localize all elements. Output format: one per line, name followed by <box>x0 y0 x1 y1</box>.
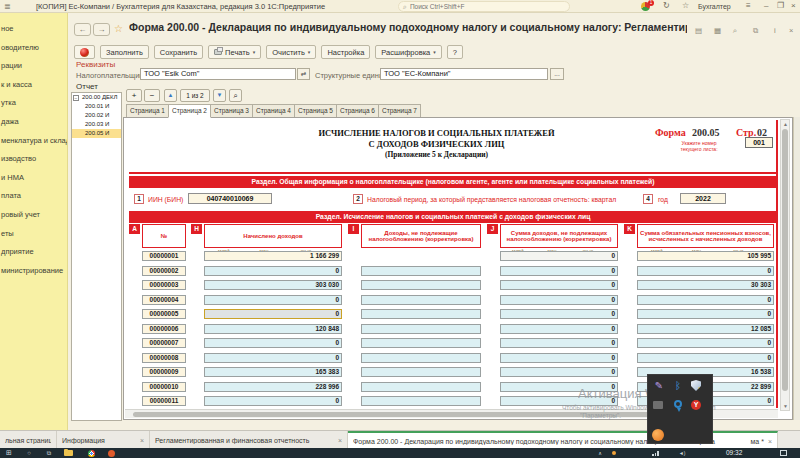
pin-icon[interactable]: i <box>774 26 776 35</box>
row-number-field[interactable]: 00000011 <box>142 396 186 406</box>
structural-units-field[interactable]: ТОО "ЕС-Компани" <box>380 68 548 80</box>
table-cell-field[interactable]: 0 <box>500 353 618 363</box>
form-close-icon[interactable]: × <box>789 26 793 35</box>
tree-item[interactable]: 200.05 И <box>72 129 121 138</box>
preview-icon[interactable]: ⌕ <box>733 26 737 36</box>
service-menu-icon[interactable]: ≡ <box>746 1 751 10</box>
favorite-star-icon[interactable]: ☆ <box>114 23 123 34</box>
refresh-ball-button[interactable] <box>74 45 95 59</box>
row-number-field[interactable]: 00000004 <box>142 295 186 305</box>
sidebar-item[interactable]: изводство <box>0 150 67 169</box>
toolbar-button-сохранить[interactable]: Сохранить <box>154 45 203 59</box>
search-circle-icon[interactable]: ○ <box>24 448 34 458</box>
collapse-icon[interactable]: − <box>73 95 79 101</box>
page-tab[interactable]: Страница 6 <box>336 104 379 118</box>
table-cell-field[interactable]: 120 848 <box>204 324 342 334</box>
table-cell-field[interactable]: 0 <box>204 396 342 406</box>
location-pin-icon[interactable] <box>672 399 684 411</box>
sheet-number-field[interactable]: 001 <box>745 137 773 148</box>
antivirus-icon[interactable]: Y <box>691 399 703 411</box>
page-search-button[interactable]: ⌕ <box>229 89 242 102</box>
table-cell-field[interactable] <box>361 382 481 392</box>
toolbar-button-расшифровка[interactable]: Расшифровка▾ <box>375 45 442 59</box>
page-tab[interactable]: Страница 7 <box>378 104 421 118</box>
table-cell-field[interactable]: 0 <box>500 295 618 305</box>
toolbar-button-[interactable]: ? <box>447 45 463 59</box>
table-cell-field[interactable]: 30 303 <box>637 280 774 290</box>
print-icon[interactable]: ▦ <box>714 26 721 35</box>
requisites-group-link[interactable]: Реквизиты <box>76 60 115 69</box>
sidebar-item[interactable]: и НМА <box>0 169 67 188</box>
toolbar-button-настройка[interactable]: Настройка <box>321 45 370 59</box>
row-number-field[interactable]: 00000009 <box>142 367 186 377</box>
window-tab[interactable]: Регламентированная и финансовая отчетнос… <box>150 431 348 449</box>
table-cell-field[interactable]: 0 <box>500 338 618 348</box>
save-icon[interactable]: ▤ <box>695 26 702 35</box>
tree-root-item[interactable]: − 200.00 ДЕКЛ <box>72 93 121 102</box>
network-icon[interactable] <box>652 451 659 456</box>
table-cell-field[interactable]: 105 995 <box>637 251 774 261</box>
minimize-button[interactable]: – <box>764 1 768 10</box>
table-cell-field[interactable]: 0 <box>204 295 342 305</box>
table-cell-field[interactable]: 0 <box>500 251 618 261</box>
year-field[interactable]: 2022 <box>680 193 726 204</box>
sidebar-item[interactable]: ровый учет <box>0 206 67 225</box>
favorites-icon[interactable]: ☆ <box>682 1 689 10</box>
toolbar-button-печать[interactable]: Печать▾ <box>208 45 261 59</box>
row-number-field[interactable]: 00000003 <box>142 280 186 290</box>
sidebar-item[interactable]: дприятие <box>0 243 67 262</box>
table-cell-field[interactable]: 0 <box>500 280 618 290</box>
window-tab[interactable]: льная страница <box>0 431 57 449</box>
sidebar-item[interactable]: менклатура и склад <box>0 132 67 151</box>
table-cell-field[interactable]: 0 <box>637 309 774 319</box>
window-tab[interactable]: Информация× <box>57 431 150 449</box>
table-cell-field[interactable]: 0 <box>637 338 774 348</box>
page-tab[interactable]: Страница 1 <box>126 104 169 118</box>
row-number-field[interactable]: 00000010 <box>142 382 186 392</box>
taxpayer-field[interactable]: ТОО "Esik Com" <box>140 68 296 80</box>
toolbar-button-очистить[interactable]: Очистить▾ <box>266 45 316 59</box>
table-cell-field[interactable]: 0 <box>204 338 342 348</box>
table-cell-field[interactable] <box>361 338 481 348</box>
table-cell-field[interactable]: 0 <box>637 266 774 276</box>
sidebar-item[interactable]: утка <box>0 94 67 113</box>
sidebar-item[interactable]: дажа <box>0 113 67 132</box>
sidebar-item[interactable]: к и касса <box>0 76 67 95</box>
start-icon[interactable]: ⊞ <box>4 448 14 458</box>
chrome-icon[interactable] <box>88 450 95 457</box>
touchpad-icon[interactable] <box>653 399 665 411</box>
tab-close-icon[interactable]: × <box>768 438 772 445</box>
table-cell-field[interactable] <box>361 280 481 290</box>
scroll-up-icon[interactable]: ▲ <box>783 121 788 127</box>
link-icon[interactable]: ⧉ <box>753 26 758 36</box>
page-tab[interactable]: Страница 4 <box>252 104 295 118</box>
current-user[interactable]: Бухгалтер <box>698 3 731 10</box>
iin-field[interactable]: 040740010069 <box>188 193 272 204</box>
structural-units-more-button[interactable]: ... <box>550 68 564 80</box>
table-cell-field[interactable]: 0 <box>500 266 618 276</box>
1c-app-icon[interactable] <box>108 450 115 457</box>
scroll-down-icon[interactable]: ▼ <box>783 403 788 409</box>
close-button[interactable]: × <box>791 1 796 10</box>
table-cell-field[interactable] <box>361 309 481 319</box>
pen-icon[interactable]: ✎ <box>653 380 665 392</box>
table-cell-field[interactable]: 12 085 <box>637 324 774 334</box>
table-cell-field[interactable]: 0 <box>637 353 774 363</box>
vertical-scroll-thumb[interactable] <box>782 129 788 391</box>
toolbar-button-заполнить[interactable]: Заполнить <box>100 45 149 59</box>
sidebar-item[interactable]: ное <box>0 20 67 39</box>
table-cell-field[interactable] <box>361 295 481 305</box>
table-cell-field[interactable]: 0 <box>204 266 342 276</box>
table-cell-field[interactable]: 1 166 299 <box>204 251 342 261</box>
restore-button[interactable]: ❐ <box>777 1 784 10</box>
table-cell-field[interactable]: 0 <box>500 367 618 377</box>
explorer-icon[interactable] <box>64 450 73 456</box>
tray-1c-icon[interactable] <box>652 429 664 441</box>
bluetooth-icon[interactable]: ᛒ <box>672 380 684 392</box>
page-up-button[interactable]: ▲ <box>164 89 177 102</box>
tree-item[interactable]: 200.02 И <box>72 111 121 120</box>
row-number-field[interactable]: 00000008 <box>142 353 186 363</box>
sidebar-item[interactable]: оводителю <box>0 39 67 58</box>
table-cell-field[interactable] <box>361 266 481 276</box>
taxpayer-choose-button[interactable]: ⇄ <box>297 68 310 80</box>
